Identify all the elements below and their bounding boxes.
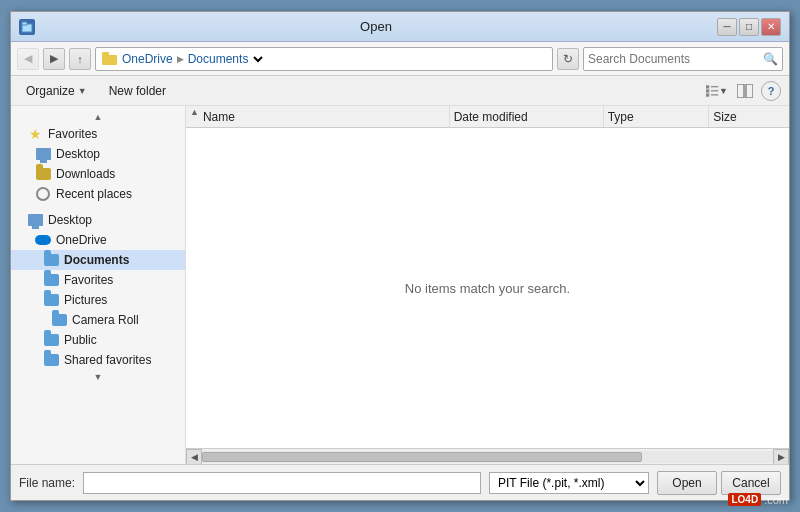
desktop-icon <box>35 147 51 161</box>
sidebar-item-downloads[interactable]: Downloads <box>11 164 185 184</box>
sidebar-label-sharedfav: Shared favorites <box>64 353 151 367</box>
sidebar-label-favorites2: Favorites <box>64 273 113 287</box>
search-icon[interactable]: 🔍 <box>762 51 778 67</box>
sidebar: ▲ ★ Favorites Desktop Downloads <box>11 106 186 464</box>
horizontal-scrollbar[interactable]: ◀ ▶ <box>186 448 789 464</box>
main-content: ▲ ★ Favorites Desktop Downloads <box>11 106 789 464</box>
view-arrow: ▼ <box>719 86 728 96</box>
refresh-button[interactable]: ↻ <box>557 48 579 70</box>
new-folder-button[interactable]: New folder <box>102 81 173 101</box>
file-list-body: No items match your search. <box>186 128 789 448</box>
window-controls: ─ □ ✕ <box>717 18 781 36</box>
hscroll-right-button[interactable]: ▶ <box>773 449 789 465</box>
toolbar: Organize ▼ New folder ▼ <box>11 76 789 106</box>
favorites2-folder-icon <box>43 273 59 287</box>
downloads-folder-icon <box>35 167 51 181</box>
svg-rect-3 <box>102 52 109 56</box>
preview-icon <box>737 84 753 98</box>
svg-rect-2 <box>102 55 117 65</box>
sidebar-item-cameraroll[interactable]: Camera Roll <box>11 310 185 330</box>
column-scroll-up[interactable]: ▲ <box>190 106 199 118</box>
bottom-bar: File name: PIT File (*.pit, *.xml) Open … <box>11 464 789 500</box>
sidebar-item-favorites2[interactable]: Favorites <box>11 270 185 290</box>
desktop2-icon <box>27 213 43 227</box>
svg-rect-7 <box>711 90 718 91</box>
sidebar-item-pictures[interactable]: Pictures <box>11 290 185 310</box>
sharedfav-folder-icon <box>43 353 59 367</box>
sidebar-label-desktop: Desktop <box>56 147 100 161</box>
svg-rect-4 <box>706 85 709 88</box>
col-header-date[interactable]: Date modified <box>450 106 604 127</box>
filename-label: File name: <box>19 476 75 490</box>
watermark: LO4D .com <box>728 493 788 506</box>
sidebar-item-sharedfav[interactable]: Shared favorites <box>11 350 185 370</box>
sidebar-item-recent[interactable]: Recent places <box>11 184 185 204</box>
sidebar-item-onedrive[interactable]: OneDrive <box>11 230 185 250</box>
sidebar-scroll-up[interactable]: ▲ <box>11 110 185 124</box>
sidebar-label-public: Public <box>64 333 97 347</box>
breadcrumb-path1: OneDrive <box>122 52 173 66</box>
minimize-button[interactable]: ─ <box>717 18 737 36</box>
preview-pane-button[interactable] <box>733 80 757 102</box>
back-button[interactable]: ◀ <box>17 48 39 70</box>
cancel-button[interactable]: Cancel <box>721 471 781 495</box>
col-header-type[interactable]: Type <box>604 106 710 127</box>
hscroll-left-button[interactable]: ◀ <box>186 449 202 465</box>
search-bar: 🔍 <box>583 47 783 71</box>
breadcrumb-folder-icon <box>102 52 118 66</box>
title-bar: Open ─ □ ✕ <box>11 12 789 42</box>
open-dialog: Open ─ □ ✕ ◀ ▶ ↑ OneDrive ▶ Documents ▼ … <box>10 11 790 501</box>
toolbar-right: ▼ ? <box>705 80 781 102</box>
breadcrumb-path2: Documents <box>188 52 249 66</box>
view-details-button[interactable]: ▼ <box>705 80 729 102</box>
up-button[interactable]: ↑ <box>69 48 91 70</box>
sidebar-label-recent: Recent places <box>56 187 132 201</box>
help-button[interactable]: ? <box>761 81 781 101</box>
sidebar-item-desktop[interactable]: Desktop <box>11 144 185 164</box>
forward-button[interactable]: ▶ <box>43 48 65 70</box>
svg-rect-11 <box>746 84 753 98</box>
hscroll-thumb[interactable] <box>202 452 642 462</box>
details-view-icon <box>706 84 719 98</box>
address-bar: ◀ ▶ ↑ OneDrive ▶ Documents ▼ ↻ 🔍 <box>11 42 789 76</box>
onedrive-icon <box>35 233 51 247</box>
breadcrumb-dropdown[interactable]: ▼ <box>252 53 266 65</box>
sidebar-label-downloads: Downloads <box>56 167 115 181</box>
svg-rect-6 <box>706 89 709 92</box>
lo4d-url: .com <box>764 494 788 506</box>
file-list-area: ▲ Name Date modified Type Size No items … <box>186 106 789 464</box>
sidebar-label-cameraroll: Camera Roll <box>72 313 139 327</box>
breadcrumb-separator: ▶ <box>177 54 184 64</box>
pictures-folder-icon <box>43 293 59 307</box>
app-icon <box>19 19 35 35</box>
sidebar-label-pictures: Pictures <box>64 293 107 307</box>
svg-rect-5 <box>711 86 718 87</box>
sidebar-scroll-down[interactable]: ▼ <box>11 370 185 384</box>
organize-button[interactable]: Organize ▼ <box>19 81 94 101</box>
sidebar-item-favorites-header[interactable]: ★ Favorites <box>11 124 185 144</box>
search-input[interactable] <box>588 52 762 66</box>
svg-rect-10 <box>737 84 744 98</box>
action-buttons: Open Cancel <box>657 471 781 495</box>
col-header-size[interactable]: Size <box>709 106 785 127</box>
sidebar-label-documents: Documents <box>64 253 129 267</box>
cameraroll-folder-icon <box>51 313 67 327</box>
breadcrumb[interactable]: OneDrive ▶ Documents ▼ <box>95 47 553 71</box>
lo4d-logo: LO4D <box>728 493 761 506</box>
sidebar-item-documents[interactable]: Documents <box>11 250 185 270</box>
hscroll-track[interactable] <box>202 451 773 463</box>
close-button[interactable]: ✕ <box>761 18 781 36</box>
sidebar-item-public[interactable]: Public <box>11 330 185 350</box>
svg-rect-1 <box>22 22 27 25</box>
open-button[interactable]: Open <box>657 471 717 495</box>
col-header-name[interactable]: Name <box>199 106 450 127</box>
sidebar-item-desktop2[interactable]: Desktop <box>11 210 185 230</box>
svg-rect-9 <box>711 94 718 95</box>
empty-message: No items match your search. <box>405 281 570 296</box>
filetype-select[interactable]: PIT File (*.pit, *.xml) <box>489 472 649 494</box>
sidebar-label-onedrive: OneDrive <box>56 233 107 247</box>
sidebar-label-favorites: Favorites <box>48 127 97 141</box>
maximize-button[interactable]: □ <box>739 18 759 36</box>
sidebar-label-desktop2: Desktop <box>48 213 92 227</box>
filename-input[interactable] <box>83 472 481 494</box>
